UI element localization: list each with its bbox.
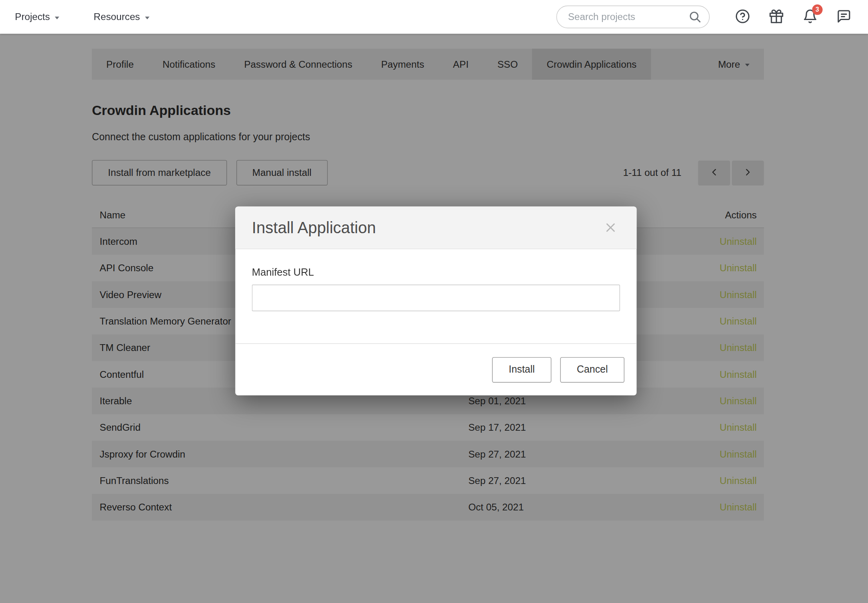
chat-icon (836, 8, 851, 25)
resources-menu-label: Resources (94, 11, 140, 23)
install-button[interactable]: Install (492, 357, 552, 383)
install-application-modal: Install Application Manifest URL Install… (235, 206, 636, 395)
chevron-down-icon (55, 16, 59, 19)
projects-menu[interactable]: Projects (15, 11, 59, 23)
help-icon (735, 8, 750, 25)
chat-button[interactable] (832, 5, 856, 29)
gift-icon (769, 8, 783, 25)
projects-menu-label: Projects (15, 11, 50, 23)
screen: Projects Resources (0, 0, 868, 603)
modal-header: Install Application (235, 206, 636, 249)
close-icon[interactable] (601, 218, 620, 237)
gift-button[interactable] (764, 5, 788, 29)
search-projects-box[interactable] (556, 6, 710, 28)
chevron-down-icon (145, 16, 149, 19)
search-icon[interactable] (688, 10, 702, 26)
notification-count-badge: 3 (812, 4, 822, 14)
search-input[interactable] (556, 6, 710, 28)
notifications-button[interactable]: 3 (798, 5, 822, 29)
help-button[interactable] (730, 5, 755, 29)
modal-body: Manifest URL (235, 249, 636, 343)
cancel-button[interactable]: Cancel (560, 357, 624, 383)
modal-title: Install Application (252, 218, 376, 237)
manifest-url-input[interactable] (252, 284, 620, 311)
modal-footer: Install Cancel (235, 343, 636, 395)
manifest-url-label: Manifest URL (252, 266, 620, 278)
top-navbar: Projects Resources (0, 0, 868, 34)
resources-menu[interactable]: Resources (94, 11, 149, 23)
